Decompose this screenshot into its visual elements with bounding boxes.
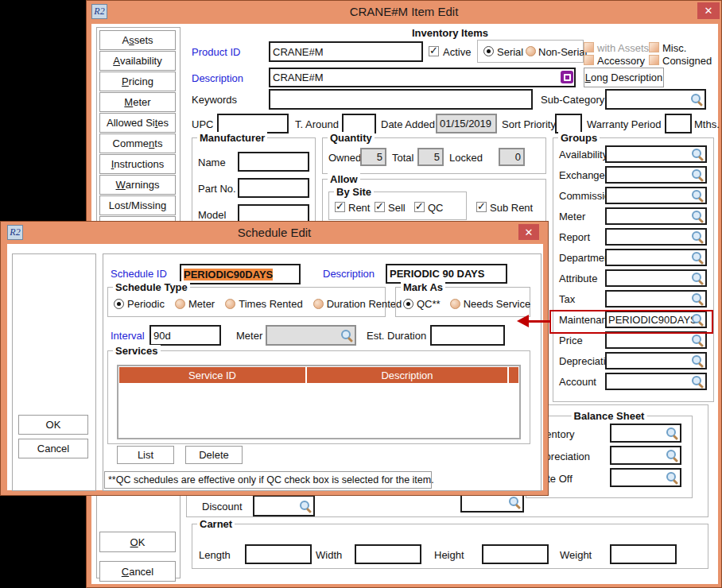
search-icon[interactable] <box>340 329 353 342</box>
serial-label: Serial <box>497 46 523 58</box>
cancel-button[interactable]: Cancel <box>99 561 176 582</box>
search-icon[interactable] <box>691 168 704 181</box>
search-icon[interactable] <box>691 313 704 326</box>
cancel-button[interactable]: Cancel <box>18 439 88 458</box>
description-field[interactable]: CRANE#M <box>269 68 576 87</box>
search-icon[interactable] <box>299 500 312 513</box>
with-assets-checkbox[interactable] <box>584 42 594 52</box>
active-checkbox[interactable] <box>429 46 439 56</box>
interval-field[interactable]: 90d <box>149 325 221 346</box>
groups-row-field[interactable] <box>605 290 707 308</box>
periodic-radio[interactable]: Periodic <box>114 298 165 310</box>
sidebar-item[interactable]: Assets <box>99 30 176 50</box>
balance-sheet-row-field[interactable] <box>610 424 681 443</box>
search-icon[interactable] <box>691 375 704 388</box>
balance-sheet-row-field[interactable] <box>610 468 681 487</box>
groups-row-field[interactable] <box>605 166 707 184</box>
t-around-field[interactable] <box>342 114 376 133</box>
discount-field[interactable] <box>253 495 315 516</box>
groups-row-field[interactable] <box>605 249 707 266</box>
est-duration-field[interactable] <box>430 325 505 346</box>
search-icon[interactable] <box>666 449 678 462</box>
needs-service-radio[interactable]: Needs Service <box>450 298 531 310</box>
sell-checkbox[interactable] <box>375 202 385 212</box>
meter-label: Meter <box>236 330 262 342</box>
consigned-checkbox[interactable] <box>649 55 659 65</box>
date-added-label: Date Added <box>381 118 435 130</box>
search-icon[interactable] <box>508 496 521 509</box>
qc-radio[interactable]: QC** <box>403 298 441 310</box>
sidebar-item[interactable]: Allowed Sites <box>99 113 176 133</box>
non-serial-radio[interactable] <box>526 46 536 56</box>
sub-category-field[interactable] <box>605 89 706 110</box>
width-field[interactable] <box>355 544 421 564</box>
accessory-checkbox[interactable] <box>584 55 594 65</box>
services-table[interactable]: Service ID Description <box>117 365 521 439</box>
sidebar-item[interactable]: Comments <box>99 133 176 153</box>
sidebar-item[interactable]: Lost/Missing <box>99 195 176 215</box>
groups-row-field[interactable]: PERIODIC90DAYS <box>605 311 707 328</box>
schedule-id-label: Schedule ID <box>111 268 167 280</box>
sidebar-item[interactable]: Pricing <box>99 72 176 91</box>
search-icon[interactable] <box>691 210 704 222</box>
sidebar-item[interactable]: Warnings <box>99 175 176 195</box>
rent-checkbox[interactable] <box>335 202 345 212</box>
mfr-name-field[interactable] <box>238 152 309 172</box>
sidebar-item[interactable]: Availability <box>99 51 176 71</box>
misc-checkbox[interactable] <box>649 42 659 52</box>
list-button[interactable]: List <box>117 446 174 464</box>
sub-rent-checkbox[interactable] <box>476 202 487 212</box>
search-icon[interactable] <box>691 354 704 367</box>
description-column-header[interactable]: Description <box>307 367 507 383</box>
groups-row-field[interactable] <box>605 269 707 287</box>
groups-row-label: Exchange <box>559 169 605 181</box>
delete-button[interactable]: Delete <box>185 446 243 464</box>
search-icon[interactable] <box>691 272 704 284</box>
schedule-id-field[interactable]: PERIODIC90DAYS <box>180 264 301 284</box>
search-icon[interactable] <box>691 189 704 202</box>
long-description-icon[interactable] <box>561 71 573 83</box>
search-icon[interactable] <box>690 93 703 106</box>
qc-checkbox[interactable] <box>414 202 425 212</box>
product-id-field[interactable]: CRANE#M <box>269 41 423 62</box>
close-icon[interactable]: ✕ <box>697 2 720 19</box>
ok-button[interactable]: OK <box>18 415 88 435</box>
search-icon[interactable] <box>691 292 704 305</box>
groups-row-field[interactable] <box>605 145 707 163</box>
service-id-column-header[interactable]: Service ID <box>119 367 305 383</box>
keywords-field[interactable] <box>269 89 533 110</box>
serial-radio[interactable] <box>483 46 494 56</box>
search-icon[interactable] <box>691 230 704 243</box>
groups-row-field[interactable] <box>605 228 707 246</box>
schedule-edit-titlebar[interactable]: R2 Schedule Edit ✕ <box>1 222 548 244</box>
search-icon[interactable] <box>666 471 678 484</box>
sort-priority-field[interactable] <box>555 114 582 133</box>
search-icon[interactable] <box>666 427 678 439</box>
ok-button[interactable]: OK <box>99 532 176 552</box>
item-edit-titlebar[interactable]: R2 CRANE#M Item Edit ✕ <box>87 1 721 23</box>
sidebar-item[interactable]: Meter <box>99 92 176 112</box>
duration-rented-radio[interactable]: Duration Rented <box>313 298 402 310</box>
groups-row-field[interactable] <box>605 352 707 369</box>
meter-radio[interactable]: Meter <box>175 298 215 310</box>
balance-sheet-row-field[interactable] <box>610 446 681 465</box>
warranty-period-field[interactable] <box>665 114 692 133</box>
weight-field[interactable] <box>610 544 677 564</box>
groups-row-field[interactable] <box>605 207 707 225</box>
search-icon[interactable] <box>691 334 704 346</box>
qc-note: **QC schedules are effective only if QC … <box>104 471 432 489</box>
sub-category-label: Sub-Category <box>541 94 604 106</box>
upc-field[interactable] <box>217 114 289 133</box>
groups-row-field[interactable] <box>605 373 707 390</box>
search-icon[interactable] <box>691 148 704 161</box>
length-field[interactable] <box>245 544 312 564</box>
height-field[interactable] <box>482 544 549 564</box>
sidebar-item[interactable]: Instructions <box>99 154 176 174</box>
times-rented-radio[interactable]: Times Rented <box>225 298 302 310</box>
groups-row-field[interactable] <box>605 187 707 204</box>
close-icon[interactable]: ✕ <box>518 224 539 240</box>
mfr-partno-field[interactable] <box>238 178 309 198</box>
search-icon[interactable] <box>691 251 704 264</box>
groups-row-field[interactable] <box>605 331 707 349</box>
long-description-button[interactable]: Long Description <box>584 68 664 87</box>
